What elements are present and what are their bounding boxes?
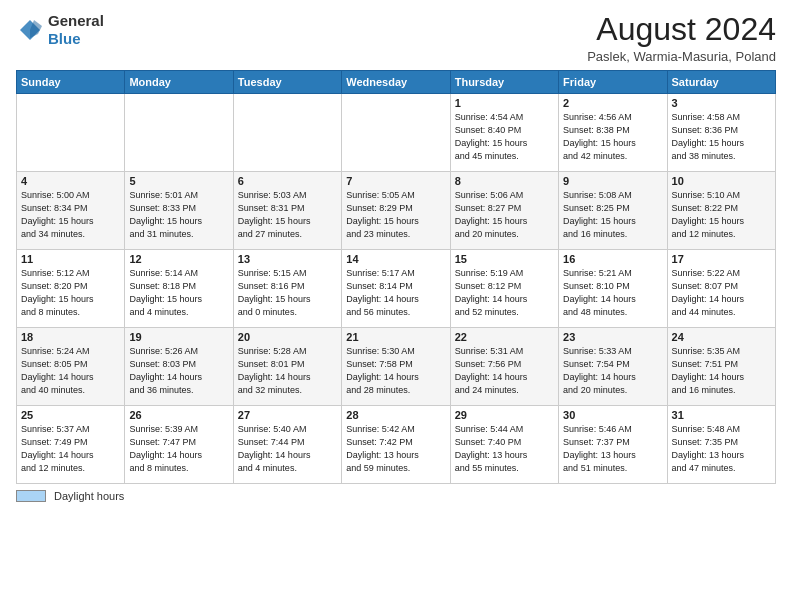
- calendar-cell: 6Sunrise: 5:03 AM Sunset: 8:31 PM Daylig…: [233, 172, 341, 250]
- month-title: August 2024: [587, 12, 776, 47]
- day-info: Sunrise: 5:37 AM Sunset: 7:49 PM Dayligh…: [21, 423, 120, 475]
- calendar-week-row: 11Sunrise: 5:12 AM Sunset: 8:20 PM Dayli…: [17, 250, 776, 328]
- calendar-week-row: 18Sunrise: 5:24 AM Sunset: 8:05 PM Dayli…: [17, 328, 776, 406]
- calendar-cell: 20Sunrise: 5:28 AM Sunset: 8:01 PM Dayli…: [233, 328, 341, 406]
- day-number: 11: [21, 253, 120, 265]
- day-number: 28: [346, 409, 445, 421]
- day-number: 9: [563, 175, 662, 187]
- page: General Blue August 2024 Paslek, Warmia-…: [0, 0, 792, 612]
- day-number: 7: [346, 175, 445, 187]
- day-info: Sunrise: 5:35 AM Sunset: 7:51 PM Dayligh…: [672, 345, 771, 397]
- calendar-cell: [125, 94, 233, 172]
- header-day: Friday: [559, 71, 667, 94]
- calendar-cell: 21Sunrise: 5:30 AM Sunset: 7:58 PM Dayli…: [342, 328, 450, 406]
- day-info: Sunrise: 4:54 AM Sunset: 8:40 PM Dayligh…: [455, 111, 554, 163]
- day-number: 2: [563, 97, 662, 109]
- day-number: 10: [672, 175, 771, 187]
- logo-icon: [16, 16, 44, 44]
- day-number: 16: [563, 253, 662, 265]
- day-number: 26: [129, 409, 228, 421]
- calendar-cell: 31Sunrise: 5:48 AM Sunset: 7:35 PM Dayli…: [667, 406, 775, 484]
- day-info: Sunrise: 5:00 AM Sunset: 8:34 PM Dayligh…: [21, 189, 120, 241]
- calendar-cell: 25Sunrise: 5:37 AM Sunset: 7:49 PM Dayli…: [17, 406, 125, 484]
- day-info: Sunrise: 5:01 AM Sunset: 8:33 PM Dayligh…: [129, 189, 228, 241]
- day-number: 4: [21, 175, 120, 187]
- calendar-cell: 18Sunrise: 5:24 AM Sunset: 8:05 PM Dayli…: [17, 328, 125, 406]
- day-info: Sunrise: 5:33 AM Sunset: 7:54 PM Dayligh…: [563, 345, 662, 397]
- day-info: Sunrise: 5:26 AM Sunset: 8:03 PM Dayligh…: [129, 345, 228, 397]
- day-info: Sunrise: 5:22 AM Sunset: 8:07 PM Dayligh…: [672, 267, 771, 319]
- day-number: 1: [455, 97, 554, 109]
- calendar-cell: 23Sunrise: 5:33 AM Sunset: 7:54 PM Dayli…: [559, 328, 667, 406]
- calendar-cell: 4Sunrise: 5:00 AM Sunset: 8:34 PM Daylig…: [17, 172, 125, 250]
- day-info: Sunrise: 5:28 AM Sunset: 8:01 PM Dayligh…: [238, 345, 337, 397]
- day-number: 31: [672, 409, 771, 421]
- header-day: Tuesday: [233, 71, 341, 94]
- calendar-cell: 14Sunrise: 5:17 AM Sunset: 8:14 PM Dayli…: [342, 250, 450, 328]
- calendar-cell: [342, 94, 450, 172]
- day-info: Sunrise: 5:15 AM Sunset: 8:16 PM Dayligh…: [238, 267, 337, 319]
- day-info: Sunrise: 5:21 AM Sunset: 8:10 PM Dayligh…: [563, 267, 662, 319]
- calendar-cell: 11Sunrise: 5:12 AM Sunset: 8:20 PM Dayli…: [17, 250, 125, 328]
- header-day: Sunday: [17, 71, 125, 94]
- calendar-cell: 10Sunrise: 5:10 AM Sunset: 8:22 PM Dayli…: [667, 172, 775, 250]
- header-row: SundayMondayTuesdayWednesdayThursdayFrid…: [17, 71, 776, 94]
- day-number: 30: [563, 409, 662, 421]
- calendar-cell: 9Sunrise: 5:08 AM Sunset: 8:25 PM Daylig…: [559, 172, 667, 250]
- day-number: 18: [21, 331, 120, 343]
- day-number: 13: [238, 253, 337, 265]
- day-info: Sunrise: 5:40 AM Sunset: 7:44 PM Dayligh…: [238, 423, 337, 475]
- calendar-cell: 8Sunrise: 5:06 AM Sunset: 8:27 PM Daylig…: [450, 172, 558, 250]
- calendar-cell: 13Sunrise: 5:15 AM Sunset: 8:16 PM Dayli…: [233, 250, 341, 328]
- footer: Daylight hours: [16, 490, 776, 502]
- calendar-week-row: 1Sunrise: 4:54 AM Sunset: 8:40 PM Daylig…: [17, 94, 776, 172]
- day-number: 15: [455, 253, 554, 265]
- day-info: Sunrise: 5:08 AM Sunset: 8:25 PM Dayligh…: [563, 189, 662, 241]
- day-number: 27: [238, 409, 337, 421]
- day-number: 6: [238, 175, 337, 187]
- logo-text: General Blue: [48, 12, 104, 48]
- day-info: Sunrise: 5:14 AM Sunset: 8:18 PM Dayligh…: [129, 267, 228, 319]
- day-number: 23: [563, 331, 662, 343]
- calendar-cell: 17Sunrise: 5:22 AM Sunset: 8:07 PM Dayli…: [667, 250, 775, 328]
- day-info: Sunrise: 5:17 AM Sunset: 8:14 PM Dayligh…: [346, 267, 445, 319]
- title-block: August 2024 Paslek, Warmia-Masuria, Pola…: [587, 12, 776, 64]
- daylight-label: Daylight hours: [54, 490, 124, 502]
- day-info: Sunrise: 5:46 AM Sunset: 7:37 PM Dayligh…: [563, 423, 662, 475]
- day-number: 21: [346, 331, 445, 343]
- day-info: Sunrise: 5:44 AM Sunset: 7:40 PM Dayligh…: [455, 423, 554, 475]
- header-day: Wednesday: [342, 71, 450, 94]
- calendar-cell: [233, 94, 341, 172]
- calendar-table: SundayMondayTuesdayWednesdayThursdayFrid…: [16, 70, 776, 484]
- day-number: 8: [455, 175, 554, 187]
- calendar-cell: 27Sunrise: 5:40 AM Sunset: 7:44 PM Dayli…: [233, 406, 341, 484]
- day-number: 24: [672, 331, 771, 343]
- calendar-cell: 26Sunrise: 5:39 AM Sunset: 7:47 PM Dayli…: [125, 406, 233, 484]
- calendar-cell: 22Sunrise: 5:31 AM Sunset: 7:56 PM Dayli…: [450, 328, 558, 406]
- calendar-cell: 15Sunrise: 5:19 AM Sunset: 8:12 PM Dayli…: [450, 250, 558, 328]
- day-number: 17: [672, 253, 771, 265]
- calendar-cell: 16Sunrise: 5:21 AM Sunset: 8:10 PM Dayli…: [559, 250, 667, 328]
- day-number: 20: [238, 331, 337, 343]
- day-number: 5: [129, 175, 228, 187]
- day-info: Sunrise: 5:24 AM Sunset: 8:05 PM Dayligh…: [21, 345, 120, 397]
- day-info: Sunrise: 4:58 AM Sunset: 8:36 PM Dayligh…: [672, 111, 771, 163]
- day-info: Sunrise: 5:12 AM Sunset: 8:20 PM Dayligh…: [21, 267, 120, 319]
- calendar-cell: 28Sunrise: 5:42 AM Sunset: 7:42 PM Dayli…: [342, 406, 450, 484]
- day-info: Sunrise: 5:10 AM Sunset: 8:22 PM Dayligh…: [672, 189, 771, 241]
- calendar-cell: 30Sunrise: 5:46 AM Sunset: 7:37 PM Dayli…: [559, 406, 667, 484]
- calendar-cell: 2Sunrise: 4:56 AM Sunset: 8:38 PM Daylig…: [559, 94, 667, 172]
- header-day: Saturday: [667, 71, 775, 94]
- calendar-cell: 29Sunrise: 5:44 AM Sunset: 7:40 PM Dayli…: [450, 406, 558, 484]
- header-day: Monday: [125, 71, 233, 94]
- day-info: Sunrise: 5:19 AM Sunset: 8:12 PM Dayligh…: [455, 267, 554, 319]
- day-number: 14: [346, 253, 445, 265]
- calendar-cell: [17, 94, 125, 172]
- day-number: 25: [21, 409, 120, 421]
- calendar-cell: 7Sunrise: 5:05 AM Sunset: 8:29 PM Daylig…: [342, 172, 450, 250]
- day-info: Sunrise: 5:42 AM Sunset: 7:42 PM Dayligh…: [346, 423, 445, 475]
- day-info: Sunrise: 5:06 AM Sunset: 8:27 PM Dayligh…: [455, 189, 554, 241]
- day-number: 19: [129, 331, 228, 343]
- day-number: 22: [455, 331, 554, 343]
- daylight-swatch: [16, 490, 46, 502]
